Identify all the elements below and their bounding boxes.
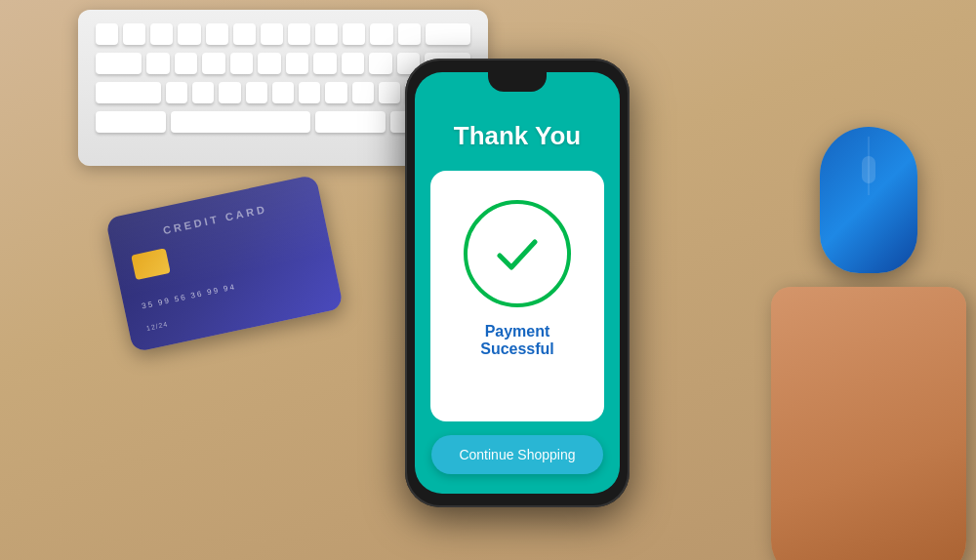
key [343,23,365,45]
key-space [171,111,311,133]
key [219,82,240,103]
key [192,82,214,103]
phone-notch [488,72,547,92]
key [246,82,267,103]
key [96,111,166,133]
key [150,23,173,45]
key [146,53,170,74]
key [175,53,198,74]
card-valid: 12/24 [145,320,168,332]
key [178,23,200,45]
key [166,82,187,103]
key [379,82,400,103]
key [315,23,338,45]
key [233,23,256,45]
key [315,111,386,133]
key [426,23,470,45]
key [96,23,118,45]
checkmark-circle [464,200,571,307]
key [299,82,320,103]
key [370,23,392,45]
payment-success-label: Payment Sucessful [450,323,585,358]
key [325,82,346,103]
key [288,23,310,45]
key [369,53,392,74]
key [398,23,421,45]
computer-mouse [820,127,917,273]
thank-you-heading: Thank You [454,121,582,151]
continue-shopping-button[interactable]: Continue Shopping [431,435,602,474]
phone-screen: Thank You Payment Sucessful Continue Sho… [415,72,620,494]
hand [771,287,966,560]
key [96,53,142,74]
mouse-scroll-wheel [862,156,875,183]
key [261,23,283,45]
key [202,53,225,74]
key [352,82,374,103]
key [286,53,309,74]
key [313,53,337,74]
key [230,53,254,74]
phone: Thank You Payment Sucessful Continue Sho… [405,59,630,507]
key [123,23,145,45]
key [206,23,228,45]
key [272,82,294,103]
key [258,53,281,74]
check-icon [488,224,547,283]
key [96,82,161,103]
key [342,53,365,74]
success-card: Payment Sucessful [430,171,604,421]
